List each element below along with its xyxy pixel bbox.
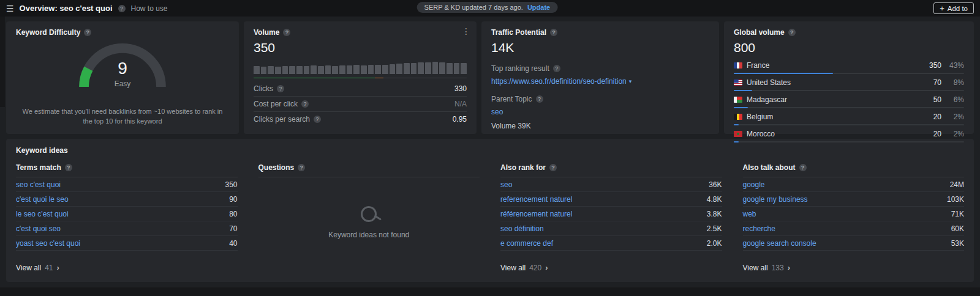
country-bar bbox=[734, 141, 964, 142]
volume-bar bbox=[353, 65, 360, 73]
keyword-link[interactable]: e commerce def bbox=[500, 239, 553, 248]
volume-bar bbox=[396, 64, 402, 74]
keyword-link[interactable]: le seo c'est quoi bbox=[16, 210, 69, 218]
keyword-row: yoast seo c'est quoi 40 bbox=[16, 236, 238, 251]
keyword-link[interactable]: google bbox=[743, 180, 765, 189]
card-traffic-potential: Traffic Potential ? 14K Top ranking resu… bbox=[481, 21, 719, 134]
keyword-link[interactable]: seo définition bbox=[500, 224, 544, 233]
column-also-rank-for: Also rank for ? seo 36K referencement na… bbox=[500, 158, 722, 278]
gv-info-icon[interactable]: ? bbox=[788, 29, 796, 36]
country-row: United States 70 8% bbox=[734, 77, 964, 91]
volume-bar bbox=[318, 66, 324, 74]
tp-card-title: Traffic Potential ? bbox=[491, 28, 709, 37]
keyword-link[interactable]: yoast seo c'est quoi bbox=[16, 239, 80, 248]
top-ranking-info-icon[interactable]: ? bbox=[553, 65, 560, 72]
cpc-info-icon[interactable]: ? bbox=[301, 100, 309, 108]
keyword-link[interactable]: recherche bbox=[743, 224, 775, 233]
stat-row-cpc: Cost per click ? N/A bbox=[254, 96, 467, 111]
country-list: France 350 43% United States 70 8% bbox=[734, 60, 964, 146]
volume-bar bbox=[411, 63, 417, 74]
country-percent: 8% bbox=[946, 78, 964, 87]
add-to-button[interactable]: + Add to bbox=[933, 2, 974, 14]
menu-icon[interactable]: ☰ bbox=[6, 4, 14, 13]
update-link[interactable]: Update bbox=[527, 4, 550, 11]
top-ranking-url[interactable]: https://www.seo.fr/definition/seo-defini… bbox=[491, 77, 709, 86]
tp-info-icon[interactable]: ? bbox=[550, 29, 557, 36]
keyword-row: le seo c'est quoi 80 bbox=[16, 207, 238, 221]
top-ranking-label: Top ranking result ? bbox=[491, 64, 709, 73]
volume-bar bbox=[325, 65, 331, 74]
country-bar bbox=[734, 107, 964, 108]
gv-card-title: Global volume ? bbox=[734, 28, 964, 37]
parent-topic-label: Parent Topic ? bbox=[491, 95, 709, 103]
parent-topic-volume: Volume 39K bbox=[491, 122, 709, 130]
volume-bar bbox=[275, 67, 281, 74]
serp-update-badge: SERP & KD updated 7 days ago. Update bbox=[417, 2, 558, 13]
keyword-link[interactable]: c'est quoi le seo bbox=[16, 195, 69, 204]
country-percent: 2% bbox=[946, 130, 964, 138]
keyword-link[interactable]: web bbox=[743, 210, 756, 218]
volume-value: 350 bbox=[254, 40, 467, 55]
country-percent: 2% bbox=[946, 113, 964, 121]
clicks-info-icon[interactable]: ? bbox=[277, 85, 284, 92]
parent-topic-link[interactable]: seo bbox=[491, 108, 503, 116]
questions-header: Questions bbox=[258, 163, 295, 172]
kd-info-icon[interactable]: ? bbox=[84, 29, 91, 36]
keyword-volume: 53K bbox=[951, 239, 964, 248]
clicks-bar-green bbox=[254, 78, 375, 78]
keyword-row: c'est quoi le seo 90 bbox=[16, 192, 238, 207]
chevron-right-icon: › bbox=[788, 263, 790, 272]
flag-france-icon bbox=[734, 62, 742, 68]
kd-label: Easy bbox=[70, 80, 175, 88]
parent-topic-info-icon[interactable]: ? bbox=[536, 95, 543, 103]
country-name: France bbox=[747, 61, 909, 70]
also-rank-for-info-icon[interactable]: ? bbox=[549, 164, 557, 171]
volume-bar bbox=[261, 67, 267, 74]
keyword-link[interactable]: c'est quoi seo bbox=[16, 224, 61, 233]
view-all-terms-match[interactable]: View all 41 › bbox=[16, 257, 238, 278]
keyword-row: e commerce def 2.0K bbox=[500, 236, 722, 251]
keyword-row: référencement naturel 3.8K bbox=[500, 207, 722, 221]
country-volume: 20 bbox=[913, 130, 941, 138]
clicks-distribution-bar bbox=[254, 78, 467, 78]
volume-bar bbox=[425, 62, 431, 74]
keyword-link[interactable]: google my business bbox=[743, 195, 808, 204]
keyword-link[interactable]: seo c'est quoi bbox=[16, 180, 61, 189]
keyword-link[interactable]: référencement naturel bbox=[500, 210, 572, 218]
cps-label: Clicks per search bbox=[254, 115, 310, 124]
volume-info-icon[interactable]: ? bbox=[283, 29, 290, 36]
gv-value: 800 bbox=[734, 40, 964, 55]
keyword-row: recherche 60K bbox=[743, 221, 965, 236]
flag-madagascar-icon bbox=[734, 97, 742, 103]
keyword-link[interactable]: google search console bbox=[743, 239, 816, 248]
volume-bar bbox=[418, 62, 424, 74]
kebab-menu-icon[interactable]: ⋮ bbox=[462, 26, 470, 36]
keyword-link[interactable]: referencement naturel bbox=[500, 195, 572, 204]
view-all-also-rank-for[interactable]: View all 420 › bbox=[500, 257, 722, 278]
volume-bar bbox=[461, 63, 467, 74]
volume-bar bbox=[311, 65, 317, 74]
questions-info-icon[interactable]: ? bbox=[298, 164, 305, 171]
terms-match-header: Terms match bbox=[16, 163, 61, 172]
country-bar bbox=[734, 124, 964, 125]
cps-info-icon[interactable]: ? bbox=[314, 116, 321, 123]
view-all-also-talk-about[interactable]: View all 133 › bbox=[743, 257, 965, 278]
country-bar bbox=[734, 73, 964, 74]
bottom-strip bbox=[0, 287, 980, 296]
keyword-link[interactable]: seo bbox=[500, 180, 512, 189]
volume-bar bbox=[375, 65, 381, 74]
terms-match-info-icon[interactable]: ? bbox=[65, 164, 72, 171]
cpc-label: Cost per click bbox=[254, 100, 298, 108]
keyword-volume: 2.0K bbox=[707, 239, 722, 248]
volume-stats: Clicks ? 330 Cost per click ? N/A Clicks… bbox=[254, 81, 467, 127]
column-terms-match: Terms match ? seo c'est quoi 350 c'est q… bbox=[16, 158, 238, 278]
chevron-right-icon: › bbox=[57, 263, 59, 272]
how-to-use-link[interactable]: How to use bbox=[131, 4, 168, 13]
also-talk-about-info-icon[interactable]: ? bbox=[799, 164, 807, 171]
title-info-icon[interactable]: ? bbox=[118, 5, 126, 12]
volume-bar bbox=[404, 63, 410, 74]
keyword-volume: 24M bbox=[950, 180, 964, 189]
chevron-down-icon: ▾ bbox=[629, 78, 632, 84]
flag-united-states-icon bbox=[734, 80, 742, 86]
keyword-row: google 24M bbox=[743, 177, 965, 192]
